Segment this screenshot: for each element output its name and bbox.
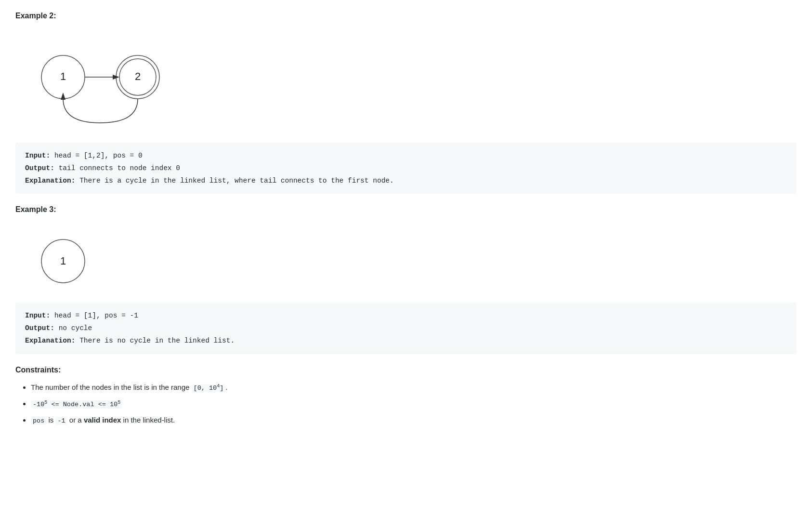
example3-explanation-line: Explanation: There is no cycle in the li… xyxy=(25,334,787,347)
example2-input-label: Input: xyxy=(25,152,50,159)
constraints-section: Constraints: The number of the nodes in … xyxy=(15,366,797,427)
example2-diagram: 1 2 xyxy=(19,26,797,141)
example3-svg: 1 xyxy=(27,227,104,295)
example2-input-line: Input: head = [1,2], pos = 0 xyxy=(25,149,787,162)
constraints-list: The number of the nodes in the list is i… xyxy=(15,380,797,427)
constraints-title: Constraints: xyxy=(15,366,797,374)
example2-info-box: Input: head = [1,2], pos = 0 Output: tai… xyxy=(15,143,797,194)
example3-output-label: Output: xyxy=(25,324,54,332)
constraint-nodeval-code: -105 <= Node.val <= 105 xyxy=(31,400,122,409)
svg-text:1: 1 xyxy=(60,255,66,267)
example2-svg: 1 2 xyxy=(27,34,191,135)
example3-output-line: Output: no cycle xyxy=(25,322,787,334)
example3-info-box: Input: head = [1], pos = -1 Output: no c… xyxy=(15,303,797,354)
constraint-item-2: -105 <= Node.val <= 105 xyxy=(31,397,797,411)
example3-input-label: Input: xyxy=(25,312,50,319)
example2-explanation-value: There is a cycle in the linked list, whe… xyxy=(79,177,394,185)
constraint-pos-code: pos xyxy=(31,417,46,425)
example2-input-value: head = [1,2], pos = 0 xyxy=(54,152,143,159)
example3-input-line: Input: head = [1], pos = -1 xyxy=(25,309,787,322)
example3-title: Example 3: xyxy=(15,205,797,214)
example2-explanation-line: Explanation: There is a cycle in the lin… xyxy=(25,174,787,187)
svg-text:1: 1 xyxy=(60,70,66,82)
example3-block: Example 3: 1 Input: head = [1], pos = -1… xyxy=(15,205,797,354)
constraint-item-1: The number of the nodes in the list is i… xyxy=(31,380,797,395)
example3-input-value: head = [1], pos = -1 xyxy=(54,312,138,319)
example2-output-label: Output: xyxy=(25,164,54,172)
constraint-valid-index-text: valid index xyxy=(84,416,121,424)
constraint-neg1-code: -1 xyxy=(55,417,67,425)
example3-diagram: 1 xyxy=(19,220,797,301)
example3-output-value: no cycle xyxy=(59,324,92,332)
example2-explanation-label: Explanation: xyxy=(25,177,75,185)
svg-text:2: 2 xyxy=(135,70,141,82)
example3-explanation-value: There is no cycle in the linked list. xyxy=(79,337,235,344)
example2-output-value: tail connects to node index 0 xyxy=(59,164,180,172)
example3-explanation-label: Explanation: xyxy=(25,337,75,344)
constraint-item-3: pos is -1 or a valid index in the linked… xyxy=(31,413,797,427)
constraint-range-code: [0, 104] xyxy=(192,384,226,392)
example2-output-line: Output: tail connects to node index 0 xyxy=(25,162,787,174)
example2-title: Example 2: xyxy=(15,12,797,20)
example2-block: Example 2: 1 2 Input: head = [1,2], pos … xyxy=(15,12,797,194)
